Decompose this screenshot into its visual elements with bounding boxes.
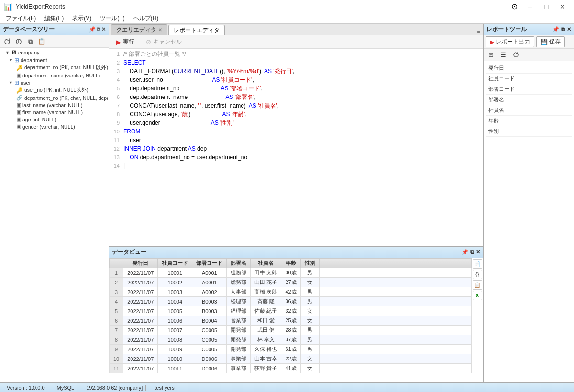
cell-date: 2022/11/07 [123,306,158,316]
line-num-3: 3 [109,67,123,76]
center-panel: クエリエディタ ✕ レポートエディタ ≡ ▶ 実行 ⊘ キャンセル [109,24,483,382]
cancel-button[interactable]: ⊘ キャンセル [142,37,186,47]
db-connect-button[interactable] [13,37,24,46]
github-icon[interactable]: ⊙ [511,2,518,11]
db-copy-button[interactable]: ⧉ [25,37,35,46]
db-refresh-button[interactable] [2,37,12,46]
close-panel-icon[interactable]: ✕ [101,26,106,33]
tree-node-user-gender[interactable]: ▣ gender (varchar, NULL) [1,123,108,130]
editor-tab-menu-icon[interactable]: ≡ [477,29,480,35]
maximize-button[interactable]: □ [539,2,554,11]
menu-view[interactable]: 表示(V) [68,13,95,23]
status-file: test.yers [152,385,177,391]
line-num-8: 8 [109,110,123,119]
code-line-4: user.user_no AS '社員コード', [123,76,483,84]
col-name: 社員名 [251,259,281,268]
cell-age: 42歳 [281,287,300,297]
cell-date: 2022/11/07 [123,287,158,297]
data-view-panel: データビュー 📌 ⧉ ✕ 発行日 [109,246,483,382]
key-icon: 🔑 [16,87,23,94]
line-num-5: 5 [109,84,123,93]
table-row: 11 2022/11/07 10011 D0006 事業部 荻野 貴子 41歳 … [110,364,472,373]
tab-query-close[interactable]: ✕ [158,27,162,33]
cell-empty [319,278,471,287]
svg-point-2 [18,42,19,43]
close-dataview-icon[interactable]: ✕ [476,249,480,255]
field-icon: ▣ [16,116,21,122]
cell-name: 荻野 貴子 [251,364,281,373]
float-icon[interactable]: ⧉ [470,249,474,255]
field-item-age[interactable]: 年齢 [486,116,572,126]
float-icon[interactable]: ⧉ [561,26,565,33]
tree-node-company[interactable]: ▼ 🖥 company [1,49,108,56]
tree-node-dept-pk[interactable]: 🔑 department_no (PK, char, NULL以外) [1,64,108,72]
cell-age: 36歳 [281,297,300,306]
cell-rownum: 4 [110,297,123,306]
field-item-dept-code[interactable]: 部署コード [486,84,572,95]
line-num-14: 14 [109,162,123,170]
db-tree-content: ▼ 🖥 company ▼ ⊞ department 🔑 department_… [0,48,109,382]
export-excel-button[interactable]: X [473,291,482,300]
close-button[interactable]: ✕ [555,2,570,11]
cell-gender: 男 [300,326,319,335]
cell-rownum: 5 [110,306,123,316]
editor-tabs: クエリエディタ ✕ レポートエディタ ≡ [109,24,483,35]
table-row: 5 2022/11/07 10005 B0003 経理部 佐藤 紀子 32歳 女 [110,306,472,316]
line-num-9: 9 [109,119,123,127]
tab-report-label: レポートエディタ [174,26,220,34]
menu-file[interactable]: ファイル(F) [2,13,40,23]
cancel-icon: ⊘ [146,38,151,45]
field-item-name[interactable]: 社員名 [486,105,572,116]
cell-dept-code: C0005 [192,335,227,345]
table-icon: ⊞ [14,57,19,64]
play-icon: ▶ [490,39,494,45]
run-button[interactable]: ▶ 実行 [112,37,138,47]
float-icon[interactable]: ⧉ [97,26,100,33]
field-item-date[interactable]: 発行日 [486,63,572,74]
user-fk-label: department_no (FK, char, NULL, departme [24,95,108,101]
export-json-button[interactable]: {} [473,270,482,279]
tree-node-user-pk[interactable]: 🔑 user_no (PK, int, NULL以外) [1,87,108,94]
report-output-button[interactable]: ▶ レポート出力 [486,36,534,47]
field-item-emp-code[interactable]: 社員コード [486,74,572,84]
tab-report-editor[interactable]: レポートエディタ [168,25,225,35]
code-line-13: ON dep.department_no = user.department_n… [123,153,483,162]
code-editor[interactable]: 1/* 部署ごとの社員一覧 */ 2SELECT 3 DATE_FORMAT(C… [109,49,483,246]
cell-dept-code: A0001 [192,268,227,278]
tree-node-dept-name[interactable]: ▣ department_name (varchar, NULL) [1,72,108,79]
cell-emp-code: 10007 [158,326,192,335]
report-refresh-icon[interactable] [510,50,521,60]
tree-node-user-age[interactable]: ▣ age (int, NULL) [1,116,108,123]
tree-node-user-fk[interactable]: 🔗 department_no (FK, char, NULL, departm… [1,94,108,101]
close-report-icon[interactable]: ✕ [567,26,571,33]
pin-icon[interactable]: 📌 [552,26,559,33]
run-label: 実行 [123,38,134,46]
minimize-button[interactable]: ─ [522,2,538,11]
report-grid-icon[interactable]: ⊞ [486,50,496,60]
cell-dept-code: D0006 [192,354,227,364]
tab-query-editor[interactable]: クエリエディタ ✕ [111,24,167,35]
export-text-button[interactable]: 📄 [473,259,482,269]
db-tree-title: データベースツリー [3,25,55,33]
data-table-container[interactable]: 発行日 社員コード 部署コード 部署名 社員名 年齢 性別 [109,258,472,382]
field-item-dept-name[interactable]: 部署名 [486,95,572,105]
db-paste-button[interactable]: 📋 [36,37,47,46]
field-item-gender[interactable]: 性別 [486,126,572,137]
col-dept-name: 部署名 [227,259,251,268]
code-line-7: CONCAT(user.last_name, ' ', user.first_n… [123,101,483,110]
report-save-button[interactable]: 💾 保存 [536,36,565,47]
menu-tools[interactable]: ツール(T) [96,13,128,23]
tree-node-user-fn[interactable]: ▣ first_name (varchar, NULL) [1,109,108,116]
tree-node-department[interactable]: ▼ ⊞ department [1,56,108,64]
code-line-10: FROM [123,127,483,136]
export-csv-button[interactable]: 📋 [473,280,482,290]
tree-node-user-ln[interactable]: ▣ last_name (varchar, NULL) [1,101,108,109]
report-list-icon[interactable]: ☰ [498,50,508,60]
tree-node-user[interactable]: ▼ ⊞ user [1,79,108,87]
menu-edit[interactable]: 編集(E) [41,13,67,23]
menu-help[interactable]: ヘルプ(H) [130,13,163,23]
pin-icon[interactable]: 📌 [89,26,96,33]
cell-gender: 男 [300,287,319,297]
cell-age: 41歳 [281,364,300,373]
pin-icon[interactable]: 📌 [462,249,468,255]
